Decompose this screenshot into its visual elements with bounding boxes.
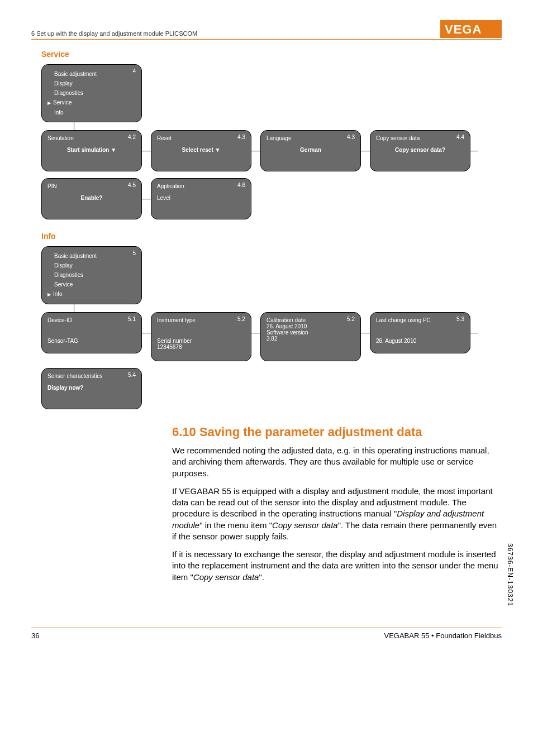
text: ".	[259, 572, 264, 582]
screen-number: 4.4	[456, 134, 464, 140]
screen-line: Serial number	[157, 338, 245, 344]
screen-line: 3.82	[266, 336, 355, 342]
page-footer: 36 VEGABAR 55 • Foundation Fieldbus	[31, 628, 502, 640]
doc-title: VEGABAR 55 • Foundation Fieldbus	[384, 631, 502, 640]
menu-item: Info	[54, 108, 136, 117]
screen-title: Instrument type	[157, 317, 245, 323]
connector	[74, 304, 74, 312]
screen-line: 12345678	[157, 344, 245, 350]
screen-body: 26. August 2010	[376, 338, 464, 344]
screen-calibration: 5.2 Calibration date 26. August 2010 Sof…	[260, 312, 361, 361]
menu-item-selected: Info	[47, 289, 136, 299]
screen-body: Select reset ▼	[157, 147, 245, 153]
paragraph: If it is necessary to exchange the senso…	[172, 549, 502, 583]
screen-title: Calibration date	[266, 317, 355, 323]
screen-line: Software version	[266, 329, 355, 336]
doc-code: 36736-EN-130321	[506, 543, 514, 606]
screen-title: Copy sensor data	[376, 135, 464, 141]
screen-number: 5.4	[128, 372, 136, 378]
screen-number: 5.2	[237, 316, 245, 322]
service-heading: Service	[41, 50, 502, 59]
screen-title: PIN	[47, 183, 136, 189]
connector	[142, 130, 151, 171]
connector	[251, 130, 260, 171]
menu-item: Service	[54, 280, 136, 289]
screen-reset: 4.3 Reset Select reset ▼	[151, 130, 251, 171]
screen-number: 4.6	[237, 182, 245, 188]
screen-body: Copy sensor data?	[376, 147, 464, 153]
connector	[74, 122, 74, 130]
text-italic: Copy sensor data	[272, 520, 338, 530]
page-number: 36	[31, 631, 39, 640]
menu-item: Diagnostics	[54, 88, 136, 98]
connector	[142, 178, 151, 219]
screen-number: 4.2	[128, 134, 136, 140]
screen-body: Display now?	[47, 385, 136, 391]
vega-logo: VEGA	[440, 20, 502, 40]
connector	[361, 130, 370, 171]
screen-number: 4.5	[128, 182, 136, 188]
paragraph: We recommended noting the adjusted data,…	[172, 445, 502, 479]
menu-number: 5	[132, 250, 136, 256]
info-heading: Info	[41, 232, 502, 241]
menu-item: Basic adjustment	[54, 251, 136, 261]
screen-title: Application	[157, 183, 245, 189]
screen-title: Device-ID	[47, 317, 136, 323]
screen-number: 4.3	[347, 134, 355, 140]
screen-copy-sensor: 4.4 Copy sensor data Copy sensor data?	[370, 130, 470, 171]
connector	[470, 312, 478, 353]
paragraph: If VEGABAR 55 is equipped with a display…	[172, 486, 502, 542]
menu-item-selected: Service	[47, 98, 136, 108]
menu-item: Basic adjustment	[54, 69, 136, 79]
screen-title: Reset	[157, 135, 245, 141]
menu-item: Diagnostics	[54, 270, 136, 280]
screen-number: 5.3	[456, 316, 464, 322]
screen-sensor-characteristics: 5.4 Sensor characteristics Display now?	[41, 368, 142, 409]
service-menu: 4 Basic adjustment Display Diagnostics S…	[41, 64, 142, 122]
screen-title: Language	[266, 135, 355, 141]
screen-application: 4.6 Application Level	[151, 178, 251, 219]
screen-body: Level	[157, 195, 245, 201]
screen-number: 4.3	[237, 134, 245, 140]
breadcrumb: 6 Set up with the display and adjustment…	[31, 30, 502, 40]
screen-title: Simulation	[47, 135, 136, 141]
info-menu: 5 Basic adjustment Display Diagnostics S…	[41, 246, 142, 304]
screen-body: Start simulation ▼	[47, 147, 136, 153]
screen-title: Sensor characteristics	[47, 373, 136, 379]
screen-last-change: 5.3 Last change using PC 26. August 2010	[370, 312, 470, 353]
screen-language: 4.3 Language German	[260, 130, 361, 171]
screen-body: Sensor-TAG	[47, 338, 136, 344]
section-heading-610: 6.10 Saving the parameter adjustment dat…	[172, 425, 502, 439]
screen-title: Last change using PC	[376, 317, 464, 323]
screen-instrument-type: 5.2 Instrument type Serial number 123456…	[151, 312, 251, 361]
screen-line: 26. August 2010	[266, 323, 355, 329]
screen-body: Enable?	[47, 195, 136, 201]
text: " in the menu item "	[199, 520, 272, 530]
menu-item: Display	[54, 79, 136, 88]
screen-number: 5.2	[347, 316, 355, 322]
screen-device-id: 5.1 Device-ID Sensor-TAG	[41, 312, 142, 353]
connector	[142, 312, 151, 353]
screen-simulation: 4.2 Simulation Start simulation ▼	[41, 130, 142, 171]
menu-item: Display	[54, 261, 136, 270]
svg-text:VEGA: VEGA	[445, 22, 482, 36]
menu-number: 4	[132, 68, 136, 74]
screen-pin: 4.5 PIN Enable?	[41, 178, 142, 219]
text-italic: Copy sensor data	[193, 572, 259, 582]
screen-body: German	[266, 147, 355, 153]
connector	[251, 312, 260, 353]
connector	[470, 130, 478, 171]
screen-number: 5.1	[128, 316, 136, 322]
connector	[361, 312, 370, 353]
